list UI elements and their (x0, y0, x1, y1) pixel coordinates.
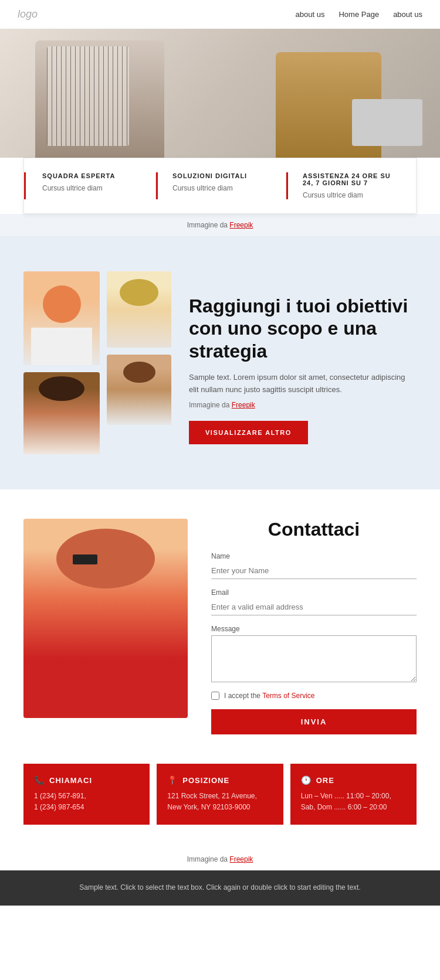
person-red-bg (23, 271, 100, 365)
phone-body: 1 (234) 567-891, 1 (234) 987-654 (34, 791, 139, 813)
location-body: 121 Rock Street, 21 Avenue, New York, NY… (167, 791, 272, 813)
contact-section: Contattaci Name Email Message I accept t… (0, 489, 440, 764)
submit-button[interactable]: INVIA (211, 709, 417, 734)
photo-person-3 (23, 372, 100, 454)
features-strip: SQUADRA ESPERTA Cursus ultrice diam SOLU… (23, 158, 417, 214)
feature-title-2: SOLUZIONI DIGITALI (172, 172, 269, 179)
info-cards: 📞 CHIAMACI 1 (234) 567-891, 1 (234) 987-… (0, 764, 440, 848)
hours-body: Lun – Ven ..... 11:00 – 20:00, Sab, Dom … (301, 791, 406, 813)
contact-form: Contattaci Name Email Message I accept t… (211, 519, 417, 734)
nav-item-3[interactable]: about us (393, 10, 422, 19)
team-content: Raggiungi i tuoi obiettivi con uno scopo… (189, 271, 417, 444)
team-freepik: Immagine da Freepik (189, 401, 417, 409)
message-label: Message (211, 625, 417, 633)
team-desc: Sample text. Lorem ipsum dolor sit amet,… (189, 372, 417, 396)
clock-icon: 🕐 (301, 775, 312, 785)
terms-row: I accept the Terms of Service (211, 692, 417, 700)
feature-title-3: ASSISTENZA 24 ORE SU 24, 7 GIORNI SU 7 (303, 172, 400, 186)
footer: Sample text. Click to select the text bo… (0, 870, 440, 905)
header: logo about us Home Page about us (0, 0, 440, 29)
footer-text: Sample text. Click to select the text bo… (12, 882, 428, 893)
name-label: Name (211, 552, 417, 560)
hero-laptop (352, 99, 422, 146)
feature-desc-3: Cursus ultrice diam (303, 191, 400, 199)
team-title: Raggiungi i tuoi obiettivi con uno scopo… (189, 295, 417, 362)
info-card-location: 📍 POSIZIONE 121 Rock Street, 21 Avenue, … (157, 764, 283, 825)
navigation: about us Home Page about us (296, 10, 422, 19)
person-male-bg (107, 355, 171, 425)
logo: logo (18, 8, 38, 21)
team-section: Raggiungi i tuoi obiettivi con uno scopo… (0, 236, 440, 489)
feature-title-1: SQUADRA ESPERTA (42, 172, 139, 179)
info-card-phone-header: 📞 CHIAMACI (34, 775, 139, 785)
feature-desc-2: Cursus ultrice diam (172, 184, 269, 192)
info-card-phone: 📞 CHIAMACI 1 (234) 567-891, 1 (234) 987-… (23, 764, 150, 825)
nav-item-1[interactable]: about us (296, 10, 325, 19)
contact-person-bg (23, 519, 188, 718)
view-more-button[interactable]: VISUALIZZARE ALTRO (189, 421, 308, 444)
terms-label: I accept the Terms of Service (224, 692, 315, 700)
phone-title: CHIAMACI (49, 776, 92, 785)
photo-person-2 (107, 271, 171, 348)
contact-title: Contattaci (211, 519, 417, 540)
message-textarea[interactable] (211, 635, 417, 682)
hero-section (0, 29, 440, 158)
photo-person-4 (107, 355, 171, 425)
photo-person-1 (23, 271, 100, 365)
terms-link[interactable]: Terms of Service (262, 692, 314, 700)
nav-item-2[interactable]: Home Page (339, 10, 379, 19)
contact-image (23, 519, 188, 718)
freepik-link-2[interactable]: Freepik (229, 855, 253, 863)
feature-item-3: ASSISTENZA 24 ORE SU 24, 7 GIORNI SU 7 C… (286, 172, 416, 199)
info-card-location-header: 📍 POSIZIONE (167, 775, 272, 785)
location-icon: 📍 (167, 775, 178, 785)
person-blonde-bg (107, 271, 171, 348)
bottom-freepik-credit: Immagine da Freepik (0, 848, 440, 870)
info-card-hours-header: 🕐 ORE (301, 775, 406, 785)
person-black-bg (23, 372, 100, 454)
location-title: POSIZIONE (182, 776, 229, 785)
team-photos (23, 271, 171, 454)
freepik-link-1[interactable]: Freepik (229, 221, 253, 229)
email-input[interactable] (211, 599, 417, 615)
terms-checkbox[interactable] (211, 692, 219, 700)
hero-overlay (0, 29, 440, 158)
freepik-credit-1: Immagine da Freepik (0, 214, 440, 236)
name-input[interactable] (211, 563, 417, 579)
hero-person1 (35, 40, 164, 158)
info-card-hours: 🕐 ORE Lun – Ven ..... 11:00 – 20:00, Sab… (290, 764, 417, 825)
email-label: Email (211, 588, 417, 597)
photo-col-2 (107, 271, 171, 454)
photo-col-1 (23, 271, 100, 454)
feature-desc-1: Cursus ultrice diam (42, 184, 139, 192)
hours-title: ORE (316, 776, 334, 785)
phone-icon: 📞 (34, 775, 45, 785)
feature-item-2: SOLUZIONI DIGITALI Cursus ultrice diam (155, 172, 286, 199)
team-freepik-link[interactable]: Freepik (232, 401, 255, 409)
feature-item-1: SQUADRA ESPERTA Cursus ultrice diam (24, 172, 155, 199)
